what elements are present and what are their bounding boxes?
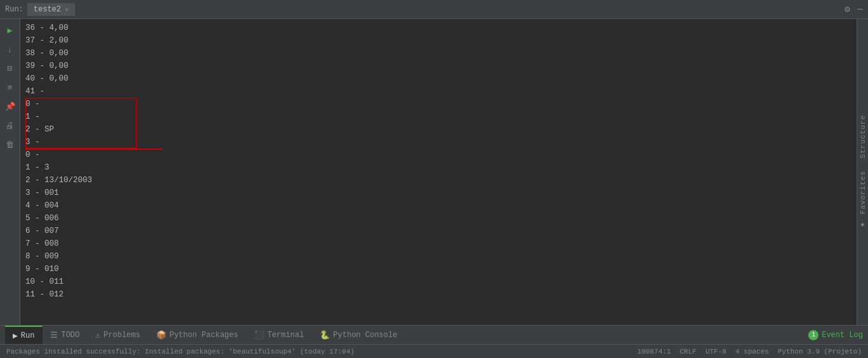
python-packages-tab[interactable]: 📦 Python Packages [149,326,247,344]
status-bar: Packages installed successfully: Install… [0,344,868,358]
minimize-icon[interactable]: — [858,4,863,15]
output-line: 1 - 3 [25,161,851,174]
close-tab-icon[interactable]: ✕ [65,6,69,13]
python-console-icon: 🐍 [320,330,330,340]
structure-label: Structure [859,115,867,158]
encoding: UTF-8 [705,348,726,355]
output-line: 10 - 011 [25,275,851,288]
problems-tab-icon: ⚠ [95,330,100,340]
event-log-badge: 1 [808,330,818,340]
trash-icon[interactable]: 🗑 [3,137,18,152]
output-line: 2 - 13/10/2003 [25,174,851,187]
output-line: 0 - [25,149,851,161]
run-tab-label: Run [21,331,35,340]
play-button[interactable]: ▶ [3,23,18,38]
output-line: 3 - 001 [25,187,851,199]
output-line: 3 - [25,136,851,149]
output-line: 0 - [25,98,851,110]
output-line: 2 - SP [25,123,851,136]
python-packages-label: Python Packages [170,331,238,340]
output-line: 37 - 2,00 [25,34,851,47]
python-console-label: Python Console [333,331,397,340]
line-ending: CRLF [680,348,696,355]
settings-icon[interactable]: ⚙ [844,4,850,15]
indent: 4 spaces [735,348,769,355]
terminal-tab-icon: ⬛ [254,330,264,340]
status-right: 100874:1 CRLF UTF-8 4 spaces Python 3.9 … [637,348,862,355]
tab-name: teste2 [34,5,61,14]
interpreter: Python 3.9 (Projeto) [778,348,862,355]
todo-tab-icon: ☰ [50,330,58,340]
run-tab[interactable]: ▶ Run [5,326,43,344]
main-area: ▶ ↓ ⊟ ≡ 📌 🖨 🗑 36 - 4,0037 - 2,0038 - 0,0… [0,19,868,325]
output-panel[interactable]: 36 - 4,0037 - 2,0038 - 0,0039 - 0,0040 -… [20,19,857,325]
cursor-position: 100874:1 [637,348,671,355]
terminal-tab[interactable]: ⬛ Terminal [247,326,313,344]
list-icon[interactable]: ≡ [3,80,18,95]
output-line: 38 - 0,00 [25,47,851,60]
todo-tab-label: TODO [61,331,79,340]
output-line: 11 - 012 [25,288,851,301]
output-line: 40 - 0,00 [25,72,851,85]
status-message: Packages installed successfully: Install… [6,348,637,355]
print-icon[interactable]: 🖨 [3,118,18,133]
output-line: 9 - 010 [25,263,851,275]
output-line: 1 - [25,110,851,123]
todo-tab[interactable]: ☰ TODO [43,326,88,344]
run-label: Run: [5,5,24,14]
output-line: 8 - 009 [25,250,851,263]
structure-favorites-panel: Structure Favorites ★ [857,19,868,325]
output-line: 36 - 4,00 [25,22,851,34]
sidebar-left: ▶ ↓ ⊟ ≡ 📌 🖨 🗑 [0,19,20,325]
bottom-tab-bar: ▶ Run ☰ TODO ⚠ Problems 📦 Python Package… [0,325,868,344]
output-line: 7 - 008 [25,237,851,250]
terminal-tab-label: Terminal [268,331,304,340]
output-line: 4 - 004 [25,199,851,212]
output-line: 6 - 007 [25,225,851,237]
scroll-down-icon[interactable]: ↓ [3,42,18,57]
run-tab-icon: ▶ [13,331,18,341]
python-console-tab[interactable]: 🐍 Python Console [312,326,405,344]
run-tab-title[interactable]: teste2 ✕ [27,3,75,16]
problems-tab[interactable]: ⚠ Problems [88,326,148,344]
title-bar-actions: ⚙ — [844,4,863,15]
title-bar: Run: teste2 ✕ ⚙ — [0,0,868,19]
problems-tab-label: Problems [104,331,140,340]
event-log-label: Event Log [822,331,863,340]
star-icon[interactable]: ★ [860,219,865,229]
favorites-label: Favorites [859,171,867,214]
pin-icon[interactable]: 📌 [3,99,18,114]
output-line: 41 - [25,85,851,98]
python-packages-icon: 📦 [156,330,166,340]
grid-icon[interactable]: ⊟ [3,61,18,76]
event-log-tab[interactable]: 1 Event Log [808,330,863,340]
output-line: 39 - 0,00 [25,60,851,72]
output-line: 5 - 006 [25,212,851,225]
